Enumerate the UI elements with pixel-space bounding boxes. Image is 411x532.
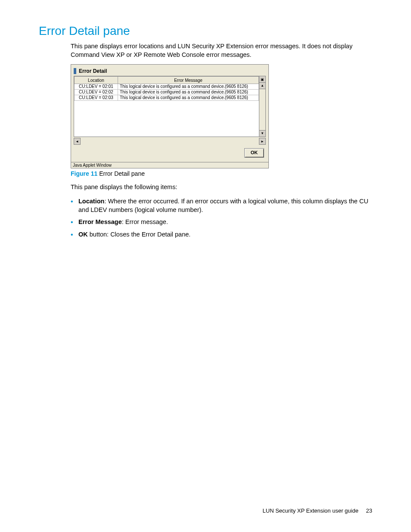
vertical-scrollbar[interactable]: ▣ ▲ ▼	[259, 76, 266, 137]
cell-message: This logical device is configured as a c…	[118, 95, 259, 101]
bullet-text: : Where the error occurred. If an error …	[78, 198, 368, 213]
page-number: 23	[366, 507, 372, 514]
applet-title: Error Detail	[74, 68, 266, 74]
bullet-term: Location	[78, 198, 104, 205]
figure-label: Figure 11	[71, 170, 97, 177]
error-detail-applet: Error Detail Location Error Message	[71, 64, 269, 168]
scroll-down-icon[interactable]: ▼	[259, 130, 265, 137]
ok-button[interactable]: OK	[244, 148, 264, 158]
figure-caption-text: Error Detail pane	[99, 170, 145, 177]
figure-caption: Figure 11 Error Detail pane	[71, 170, 372, 177]
table-row[interactable]: CU:LDEV = 02:03 This logical device is c…	[75, 95, 259, 101]
intro-paragraph: This pane displays error locations and L…	[71, 42, 372, 59]
bullet-term: OK	[78, 231, 88, 238]
applet-title-text: Error Detail	[79, 68, 107, 74]
cell-location: CU:LDEV = 02:02	[75, 90, 118, 95]
items-intro: This pane displays the following items:	[71, 183, 372, 192]
list-item: OK button: Closes the Error Detail pane.	[71, 230, 372, 239]
table-row[interactable]: CU:LDEV = 02:01 This logical device is c…	[75, 84, 259, 90]
page-footer: LUN Security XP Extension user guide 23	[263, 507, 372, 514]
bullet-text: : Error message.	[122, 218, 168, 225]
horizontal-scrollbar[interactable]: ◄ ►	[74, 137, 266, 145]
section-heading: Error Detail pane	[39, 24, 372, 38]
cell-message: This logical device is configured as a c…	[118, 84, 259, 90]
error-table-viewport: Location Error Message CU:LDEV = 02:01 T…	[74, 76, 259, 137]
cell-message: This logical device is configured as a c…	[118, 90, 259, 95]
cell-location: CU:LDEV = 02:01	[75, 84, 118, 90]
scroll-left-icon[interactable]: ◄	[74, 138, 81, 145]
scroll-right-icon[interactable]: ►	[259, 138, 266, 145]
title-marker-icon	[74, 68, 76, 74]
list-item: Location: Where the error occurred. If a…	[71, 197, 372, 215]
scroll-up-icon[interactable]: ▲	[259, 83, 265, 89]
col-location-header[interactable]: Location	[75, 77, 118, 84]
bullet-text: button: Closes the Error Detail pane.	[88, 231, 191, 238]
list-item: Error Message: Error message.	[71, 218, 372, 226]
col-message-header[interactable]: Error Message	[118, 77, 259, 84]
table-row[interactable]: CU:LDEV = 02:02 This logical device is c…	[75, 90, 259, 95]
cell-location: CU:LDEV = 02:03	[75, 95, 118, 101]
error-table: Location Error Message CU:LDEV = 02:01 T…	[74, 76, 259, 101]
applet-status-bar: Java Applet Window	[71, 162, 268, 168]
bullet-term: Error Message	[78, 218, 122, 225]
scroll-thumb-icon[interactable]: ▣	[259, 76, 265, 83]
footer-title: LUN Security XP Extension user guide	[263, 507, 358, 514]
bullet-list: Location: Where the error occurred. If a…	[71, 197, 372, 239]
